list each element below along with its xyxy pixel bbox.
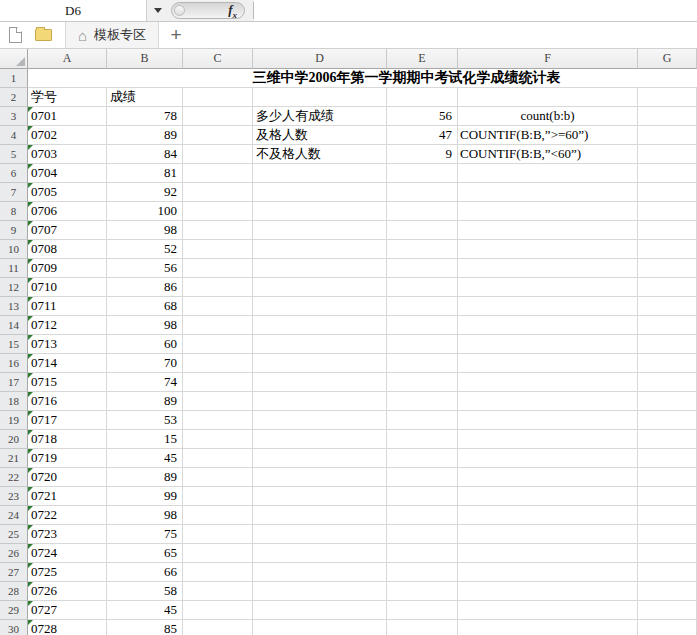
cell-F2[interactable] bbox=[458, 88, 638, 107]
row-header-12[interactable]: 12 bbox=[0, 278, 28, 297]
cell-E29[interactable] bbox=[387, 601, 458, 620]
cell-C26[interactable] bbox=[183, 544, 253, 563]
row-header-18[interactable]: 18 bbox=[0, 392, 28, 411]
cell-C14[interactable] bbox=[183, 316, 253, 335]
cell-G17[interactable] bbox=[638, 373, 697, 392]
row-header-25[interactable]: 25 bbox=[0, 525, 28, 544]
cell-A8[interactable]: 0706 bbox=[28, 202, 107, 221]
cell-B19[interactable]: 53 bbox=[107, 411, 183, 430]
cell-G28[interactable] bbox=[638, 582, 697, 601]
cell-G22[interactable] bbox=[638, 468, 697, 487]
cell-E17[interactable] bbox=[387, 373, 458, 392]
row-header-14[interactable]: 14 bbox=[0, 316, 28, 335]
row-header-24[interactable]: 24 bbox=[0, 506, 28, 525]
cell-G8[interactable] bbox=[638, 202, 697, 221]
cell-B28[interactable]: 58 bbox=[107, 582, 183, 601]
cell-C28[interactable] bbox=[183, 582, 253, 601]
cell-G2[interactable] bbox=[638, 88, 697, 107]
cell-E7[interactable] bbox=[387, 183, 458, 202]
cell-A14[interactable]: 0712 bbox=[28, 316, 107, 335]
cell-D3[interactable]: 多少人有成绩 bbox=[253, 107, 387, 126]
cell-E14[interactable] bbox=[387, 316, 458, 335]
cell-A13[interactable]: 0711 bbox=[28, 297, 107, 316]
cell-E27[interactable] bbox=[387, 563, 458, 582]
cell-F18[interactable] bbox=[458, 392, 638, 411]
row-header-3[interactable]: 3 bbox=[0, 107, 28, 126]
row-header-4[interactable]: 4 bbox=[0, 126, 28, 145]
cell-E3[interactable]: 56 bbox=[387, 107, 458, 126]
cell-B2[interactable]: 成绩 bbox=[107, 88, 183, 107]
cell-G29[interactable] bbox=[638, 601, 697, 620]
row-header-13[interactable]: 13 bbox=[0, 297, 28, 316]
cell-B10[interactable]: 52 bbox=[107, 240, 183, 259]
cell-E20[interactable] bbox=[387, 430, 458, 449]
cell-F6[interactable] bbox=[458, 164, 638, 183]
cell-C7[interactable] bbox=[183, 183, 253, 202]
open-folder-icon[interactable] bbox=[35, 29, 52, 41]
cell-D15[interactable] bbox=[253, 335, 387, 354]
cell-E11[interactable] bbox=[387, 259, 458, 278]
cell-A24[interactable]: 0722 bbox=[28, 506, 107, 525]
tab-template-zone[interactable]: ⌂ 模板专区 bbox=[65, 22, 159, 48]
cell-D12[interactable] bbox=[253, 278, 387, 297]
row-header-30[interactable]: 30 bbox=[0, 620, 28, 635]
select-all-corner[interactable] bbox=[0, 49, 28, 69]
cell-A15[interactable]: 0713 bbox=[28, 335, 107, 354]
cell-B13[interactable]: 68 bbox=[107, 297, 183, 316]
cell-D21[interactable] bbox=[253, 449, 387, 468]
cell-G4[interactable] bbox=[638, 126, 697, 145]
cell-C15[interactable] bbox=[183, 335, 253, 354]
cell-D23[interactable] bbox=[253, 487, 387, 506]
cell-A28[interactable]: 0726 bbox=[28, 582, 107, 601]
cell-E28[interactable] bbox=[387, 582, 458, 601]
row-header-23[interactable]: 23 bbox=[0, 487, 28, 506]
row-header-11[interactable]: 11 bbox=[0, 259, 28, 278]
cell-B16[interactable]: 70 bbox=[107, 354, 183, 373]
cell-F8[interactable] bbox=[458, 202, 638, 221]
cell-A5[interactable]: 0703 bbox=[28, 145, 107, 164]
cell-A17[interactable]: 0715 bbox=[28, 373, 107, 392]
cell-F21[interactable] bbox=[458, 449, 638, 468]
cell-G14[interactable] bbox=[638, 316, 697, 335]
cell-C16[interactable] bbox=[183, 354, 253, 373]
cell-B26[interactable]: 65 bbox=[107, 544, 183, 563]
cell-F17[interactable] bbox=[458, 373, 638, 392]
cell-E16[interactable] bbox=[387, 354, 458, 373]
cell-A6[interactable]: 0704 bbox=[28, 164, 107, 183]
cell-E13[interactable] bbox=[387, 297, 458, 316]
cell-A30[interactable]: 0728 bbox=[28, 620, 107, 635]
row-header-28[interactable]: 28 bbox=[0, 582, 28, 601]
row-header-29[interactable]: 29 bbox=[0, 601, 28, 620]
cell-A7[interactable]: 0705 bbox=[28, 183, 107, 202]
cell-D5[interactable]: 不及格人数 bbox=[253, 145, 387, 164]
cell-C2[interactable] bbox=[183, 88, 253, 107]
row-header-16[interactable]: 16 bbox=[0, 354, 28, 373]
cell-E25[interactable] bbox=[387, 525, 458, 544]
cell-C9[interactable] bbox=[183, 221, 253, 240]
cell-G27[interactable] bbox=[638, 563, 697, 582]
cell-D24[interactable] bbox=[253, 506, 387, 525]
row-header-22[interactable]: 22 bbox=[0, 468, 28, 487]
cell-D9[interactable] bbox=[253, 221, 387, 240]
cell-G5[interactable] bbox=[638, 145, 697, 164]
cell-F23[interactable] bbox=[458, 487, 638, 506]
cell-G11[interactable] bbox=[638, 259, 697, 278]
cell-C23[interactable] bbox=[183, 487, 253, 506]
column-header-A[interactable]: A bbox=[28, 49, 107, 69]
cell-F27[interactable] bbox=[458, 563, 638, 582]
cell-A12[interactable]: 0710 bbox=[28, 278, 107, 297]
cell-F16[interactable] bbox=[458, 354, 638, 373]
row-header-15[interactable]: 15 bbox=[0, 335, 28, 354]
cell-A21[interactable]: 0719 bbox=[28, 449, 107, 468]
cell-A19[interactable]: 0717 bbox=[28, 411, 107, 430]
insert-function-button[interactable]: fx bbox=[171, 2, 245, 19]
cell-E10[interactable] bbox=[387, 240, 458, 259]
cell-E24[interactable] bbox=[387, 506, 458, 525]
column-header-D[interactable]: D bbox=[253, 49, 387, 69]
cell-C21[interactable] bbox=[183, 449, 253, 468]
cell-D26[interactable] bbox=[253, 544, 387, 563]
cell-F4[interactable]: COUNTIF(B:B,”>=60”) bbox=[458, 126, 638, 145]
cell-D17[interactable] bbox=[253, 373, 387, 392]
cell-F28[interactable] bbox=[458, 582, 638, 601]
cell-G9[interactable] bbox=[638, 221, 697, 240]
